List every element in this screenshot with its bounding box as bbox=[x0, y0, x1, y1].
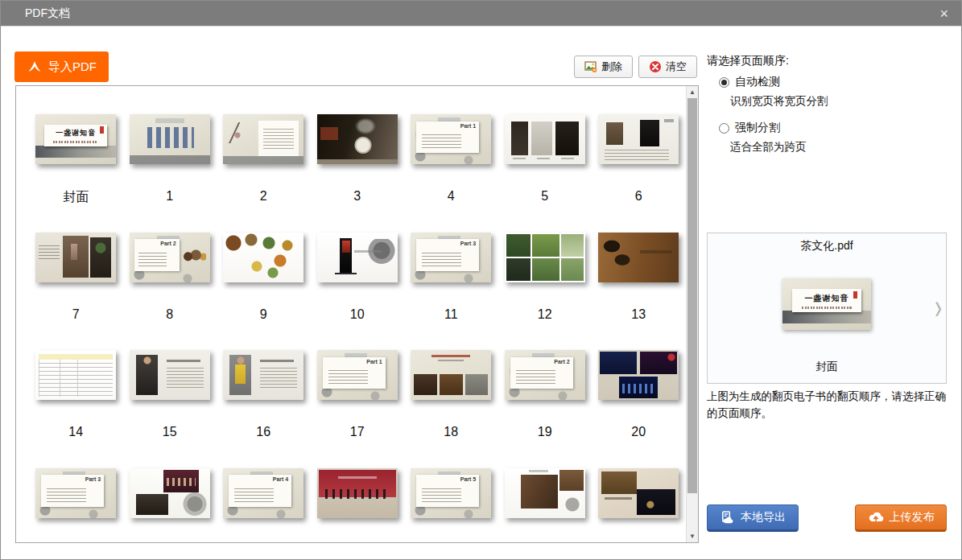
radio-auto-detect[interactable]: 自动检测 bbox=[719, 75, 780, 89]
chevron-right-icon[interactable]: › bbox=[935, 289, 942, 324]
cover-ink-band bbox=[782, 311, 871, 323]
page-thumbnail-2[interactable] bbox=[223, 114, 303, 164]
page-thumbnail-19[interactable]: Part 2 bbox=[505, 350, 585, 400]
page-thumbnail-24[interactable] bbox=[317, 468, 398, 518]
part-card: Part 5 bbox=[416, 475, 479, 507]
page-label: 11 bbox=[444, 307, 458, 322]
page-label: 4 bbox=[448, 189, 455, 204]
page-label: 15 bbox=[163, 425, 177, 439]
page-thumbnail-1[interactable] bbox=[130, 114, 210, 164]
page-thumbnail-5[interactable] bbox=[505, 114, 585, 164]
page-thumbnail-11[interactable]: Part 3 bbox=[411, 233, 491, 282]
page-cell: 12 bbox=[498, 233, 592, 351]
page-thumbnail-21[interactable]: Part 3 bbox=[35, 468, 116, 518]
close-icon[interactable]: × bbox=[939, 6, 948, 21]
cover-title: 一盏谢知音 bbox=[805, 293, 849, 304]
page-cell: 20 bbox=[592, 350, 686, 468]
order-heading: 请选择页面顺序: bbox=[707, 54, 789, 68]
page-cell: Part 14 bbox=[404, 114, 498, 233]
auto-detect-description: 识别宽页将宽页分割 bbox=[730, 94, 828, 109]
text-lines bbox=[422, 253, 461, 267]
page-cell: 5 bbox=[498, 114, 592, 233]
delete-button[interactable]: 删除 bbox=[574, 56, 633, 78]
page-cell: 18 bbox=[404, 350, 498, 468]
page-label: 16 bbox=[256, 425, 270, 439]
page-thumbnail-6[interactable] bbox=[598, 114, 679, 164]
cover-subtitle-line bbox=[53, 141, 98, 143]
upload-publish-label: 上传发布 bbox=[890, 510, 935, 525]
scroll-down-icon[interactable]: ▼ bbox=[687, 530, 698, 542]
cloud-upload-icon bbox=[868, 509, 884, 525]
page-thumbnail-10[interactable] bbox=[317, 233, 398, 282]
page-label: 5 bbox=[541, 189, 548, 204]
clear-button[interactable]: 清空 bbox=[638, 56, 697, 78]
page-thumbnail-27[interactable] bbox=[598, 468, 679, 518]
part-card: Part 2 bbox=[134, 239, 180, 271]
export-computer-icon bbox=[720, 510, 735, 525]
page-cell: 27 bbox=[592, 468, 686, 543]
thumbnail-grid: 一盏谢知音封面123Part 14567Part 28910Part 31112… bbox=[16, 86, 686, 542]
page-label: 1 bbox=[166, 189, 173, 204]
page-label: 封面 bbox=[63, 189, 89, 206]
page-cell: 13 bbox=[592, 233, 686, 351]
scroll-up-icon[interactable]: ▲ bbox=[687, 86, 698, 98]
page-label: 12 bbox=[538, 307, 552, 322]
scrollbar-thumb[interactable] bbox=[687, 98, 697, 493]
page-cell: 15 bbox=[123, 350, 217, 468]
upload-publish-button[interactable]: 上传发布 bbox=[855, 504, 947, 532]
page-label: 20 bbox=[631, 425, 646, 439]
page-thumbnail-13[interactable] bbox=[598, 233, 679, 282]
part-tag: Part 2 bbox=[160, 241, 175, 246]
page-thumbnail-8[interactable]: Part 2 bbox=[130, 233, 210, 282]
page-thumbnail-14[interactable] bbox=[35, 350, 116, 400]
page-thumbnail-9[interactable] bbox=[223, 233, 303, 282]
clear-label: 清空 bbox=[666, 60, 687, 74]
text-lines bbox=[422, 488, 461, 503]
page-label: 18 bbox=[444, 425, 458, 439]
page-cell: 10 bbox=[311, 233, 405, 351]
page-thumbnail-15[interactable] bbox=[130, 350, 210, 400]
page-thumbnail-7[interactable] bbox=[35, 233, 116, 282]
radio-force-split[interactable]: 强制分割 bbox=[719, 121, 780, 135]
titlebar: PDF文档 × bbox=[1, 1, 961, 27]
import-pdf-label: 导入PDF bbox=[48, 60, 97, 75]
cover-card: 一盏谢知音 bbox=[792, 289, 861, 311]
radio-auto-detect-icon[interactable] bbox=[719, 77, 729, 88]
page-thumbnail-26[interactable] bbox=[505, 468, 585, 518]
radio-auto-detect-label: 自动检测 bbox=[735, 75, 780, 89]
part-tag: Part 5 bbox=[460, 476, 476, 482]
page-thumbnail-17[interactable]: Part 1 bbox=[317, 350, 398, 400]
local-export-button[interactable]: 本地导出 bbox=[707, 504, 799, 532]
text-lines bbox=[422, 134, 461, 149]
part-tag: Part 2 bbox=[554, 359, 569, 364]
pages-panel: 一盏谢知音封面123Part 14567Part 28910Part 31112… bbox=[15, 85, 699, 543]
part-tag: Part 3 bbox=[460, 241, 476, 246]
page-cell: Part 321 bbox=[29, 468, 123, 543]
page-label: 10 bbox=[350, 307, 365, 322]
import-pdf-button[interactable]: 导入PDF bbox=[14, 51, 109, 82]
page-label: 8 bbox=[166, 307, 173, 322]
page-thumbnail-3[interactable] bbox=[317, 114, 398, 164]
page-thumbnail-4[interactable]: Part 1 bbox=[411, 114, 491, 164]
part-tag: Part 1 bbox=[366, 359, 382, 364]
text-lines bbox=[516, 370, 555, 385]
page-cell: Part 117 bbox=[311, 350, 405, 468]
text-lines bbox=[234, 488, 274, 503]
pdf-icon bbox=[27, 59, 43, 75]
page-thumbnail-12[interactable] bbox=[505, 233, 585, 282]
page-thumbnail-封面[interactable]: 一盏谢知音 bbox=[35, 114, 116, 164]
text-lines bbox=[328, 370, 368, 385]
page-thumbnail-23[interactable]: Part 4 bbox=[223, 468, 303, 518]
page-thumbnail-16[interactable] bbox=[223, 350, 303, 400]
page-thumbnail-25[interactable]: Part 5 bbox=[411, 468, 491, 518]
page-cell: Part 423 bbox=[217, 468, 311, 543]
page-label: 6 bbox=[635, 189, 642, 204]
vertical-scrollbar[interactable]: ▲ ▼ bbox=[686, 86, 698, 542]
page-thumbnail-22[interactable] bbox=[130, 468, 210, 518]
page-thumbnail-18[interactable] bbox=[411, 350, 491, 400]
radio-force-split-icon[interactable] bbox=[719, 123, 729, 134]
cover-title: 一盏谢知音 bbox=[56, 128, 96, 138]
preview-cover-thumbnail[interactable]: 一盏谢知音 bbox=[782, 278, 871, 330]
page-thumbnail-20[interactable] bbox=[598, 350, 679, 400]
page-label: 7 bbox=[72, 307, 80, 322]
